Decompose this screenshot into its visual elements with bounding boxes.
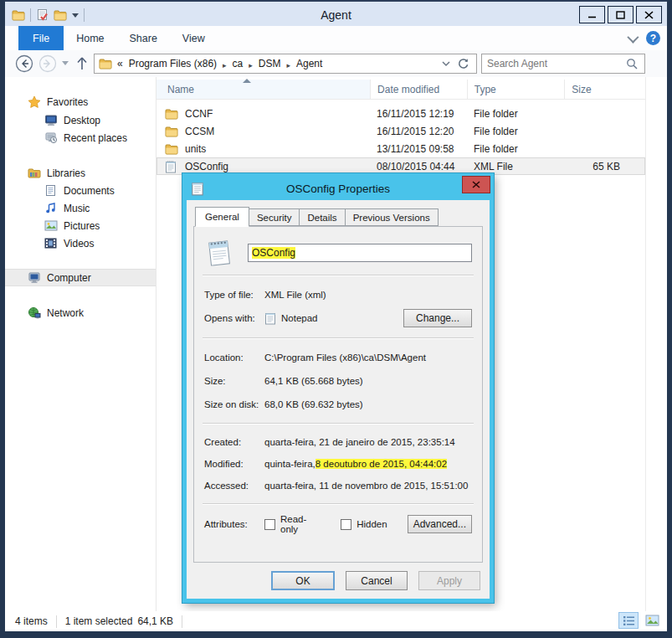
sidebar-item-label: Favorites <box>47 96 88 108</box>
dialog-title: OSConfig Properties <box>286 183 390 195</box>
field-label: Modified: <box>204 459 264 469</box>
field-label: Type of file: <box>204 290 264 300</box>
forward-button[interactable] <box>38 54 57 73</box>
sidebar-item-favorites[interactable]: Favorites <box>5 93 156 111</box>
address-bar[interactable]: « Program Files (x86) ca DSM Agent <box>94 54 477 74</box>
sidebar-item-label: Network <box>47 307 84 319</box>
sidebar-item-network[interactable]: Network <box>5 304 156 322</box>
notepad-large-icon <box>204 238 234 268</box>
sidebar-item-recent-places[interactable]: Recent places <box>5 129 156 147</box>
field-label: Location: <box>204 352 264 363</box>
dialog-titlebar: OSConfig Properties <box>187 178 490 200</box>
expand-ribbon-chevron-icon[interactable] <box>627 31 639 43</box>
breadcrumb-program-files[interactable]: Program Files (x86) <box>129 58 217 69</box>
refresh-icon[interactable] <box>458 58 469 69</box>
readonly-checkbox[interactable] <box>264 519 275 530</box>
sidebar-item-music[interactable]: Music <box>5 199 156 217</box>
pictures-icon <box>44 220 58 231</box>
apply-button[interactable]: Apply <box>418 571 480 590</box>
breadcrumb-ca[interactable]: ca <box>233 58 244 69</box>
checkbox-label: Hidden <box>357 519 387 529</box>
filename-highlighted-text: OSConfig <box>252 247 295 259</box>
field-value: quarta-feira, 21 de janeiro de 2015, 23:… <box>264 437 455 447</box>
filename-input[interactable]: OSConfig <box>248 244 472 262</box>
sidebar-item-label: Pictures <box>64 220 100 232</box>
file-row-ccsm[interactable]: CCSM 16/11/2015 12:20 File folder <box>156 122 645 140</box>
dialog-footer: OK Cancel Apply <box>187 563 490 599</box>
field-value: XML File (xml) <box>264 290 326 300</box>
file-row-ccnf[interactable]: CCNF 16/11/2015 12:19 File folder <box>156 105 645 122</box>
folder-icon <box>165 108 178 120</box>
tab-previous-versions[interactable]: Previous Versions <box>346 208 439 226</box>
minimize-button[interactable] <box>579 6 605 23</box>
breadcrumb-agent[interactable]: Agent <box>296 58 322 69</box>
sidebar-item-libraries[interactable]: Libraries <box>5 164 156 182</box>
help-icon[interactable]: ? <box>646 31 660 45</box>
sort-ascending-icon <box>243 79 251 83</box>
navigation-bar: « Program Files (x86) ca DSM Agent <box>5 50 667 77</box>
sidebar-item-desktop[interactable]: Desktop <box>5 111 156 129</box>
recent-locations-chevron-icon[interactable] <box>62 61 69 66</box>
tab-view[interactable]: View <box>170 26 218 50</box>
selection-size: 64,1 KB <box>137 615 173 627</box>
divider <box>203 503 474 505</box>
new-folder-shortcut-icon[interactable] <box>54 9 67 21</box>
close-button[interactable] <box>636 6 662 23</box>
maximize-button[interactable] <box>608 6 634 23</box>
notepad-file-icon <box>191 181 204 196</box>
star-icon <box>27 95 41 109</box>
properties-shortcut-icon[interactable] <box>36 8 49 22</box>
sidebar-item-pictures[interactable]: Pictures <box>5 217 156 234</box>
column-header-row: Name Date modified Type Size <box>156 80 645 100</box>
recent-places-icon <box>44 131 58 144</box>
status-bar: 4 items 1 item selected 64,1 KB <box>5 611 667 631</box>
status-separator <box>56 615 57 628</box>
thumbnails-view-button[interactable] <box>642 612 662 629</box>
explorer-folder-icon <box>12 9 25 21</box>
created-row: Created: quarta-feira, 21 de janeiro de … <box>204 431 472 453</box>
folder-icon <box>165 143 178 155</box>
search-icon[interactable] <box>626 58 644 69</box>
column-header-date-modified[interactable]: Date modified <box>371 80 468 99</box>
desktop-icon <box>44 114 58 126</box>
tab-details[interactable]: Details <box>300 208 345 226</box>
up-one-level-button[interactable] <box>75 56 89 71</box>
back-button[interactable] <box>15 54 33 73</box>
breadcrumb-collapse[interactable]: « <box>117 58 123 69</box>
advanced-button[interactable]: Advanced... <box>408 515 472 533</box>
change-button[interactable]: Change... <box>403 309 472 327</box>
customize-toolbar-chevron-icon[interactable] <box>72 13 79 18</box>
file-row-osconfig[interactable]: OSConfig 08/10/2015 04:44 XML File 65 KB <box>156 157 645 175</box>
details-view-button[interactable] <box>618 612 639 629</box>
sidebar-item-computer[interactable]: Computer <box>5 269 156 286</box>
size-on-disk-row: Size on disk: 68,0 KB (69.632 bytes) <box>204 393 472 416</box>
file-row-units[interactable]: units 13/11/2015 09:58 File folder <box>156 140 645 157</box>
ok-button[interactable]: OK <box>271 571 335 590</box>
address-dropdown-chevron-icon[interactable] <box>442 61 450 67</box>
window-border-right <box>667 0 672 638</box>
sidebar-item-documents[interactable]: Documents <box>5 182 156 199</box>
breadcrumb-dsm[interactable]: DSM <box>259 58 281 69</box>
tab-general[interactable]: General <box>195 207 249 227</box>
accessed-row: Accessed: quarta-feira, 11 de novembro d… <box>204 475 472 497</box>
network-icon <box>27 306 41 319</box>
search-input[interactable] <box>482 58 626 69</box>
tab-home[interactable]: Home <box>64 26 116 50</box>
opens-with-row: Opens with: Notepad Change... <box>204 306 472 331</box>
column-header-size[interactable]: Size <box>565 80 645 99</box>
libraries-icon <box>27 167 41 179</box>
cancel-button[interactable]: Cancel <box>346 571 408 590</box>
notepad-file-icon <box>264 311 276 325</box>
tab-share[interactable]: Share <box>117 26 170 50</box>
dialog-close-button[interactable] <box>462 176 490 193</box>
divider <box>203 337 474 339</box>
column-header-name[interactable]: Name <box>156 80 371 99</box>
properties-dialog: OSConfig Properties General Security Det… <box>182 173 494 603</box>
column-header-type[interactable]: Type <box>468 80 566 99</box>
dialog-tab-bar: General Security Details Previous Versio… <box>195 208 490 226</box>
tab-security[interactable]: Security <box>249 208 300 226</box>
tab-file[interactable]: File <box>18 26 64 50</box>
sidebar-item-videos[interactable]: Videos <box>5 234 156 252</box>
hidden-checkbox[interactable] <box>341 519 351 530</box>
divider <box>203 275 474 276</box>
